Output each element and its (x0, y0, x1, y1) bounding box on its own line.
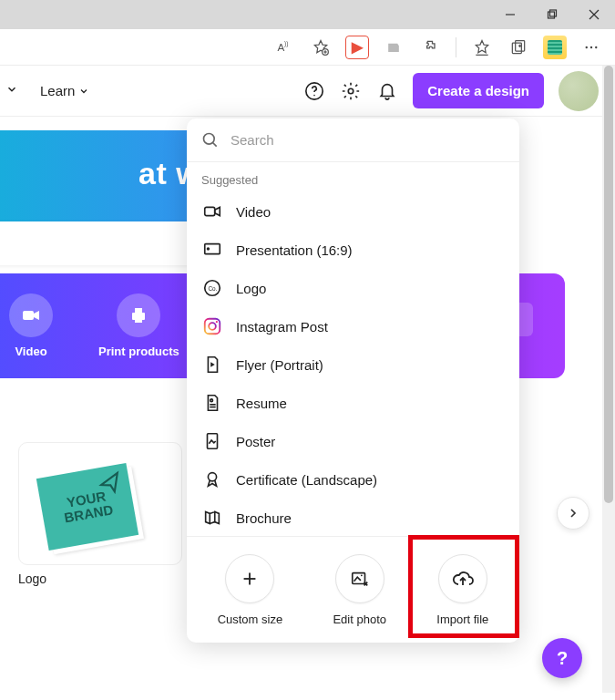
svg-line-27 (213, 142, 217, 146)
edit-photo-icon (335, 554, 384, 603)
extensions-icon[interactable] (415, 33, 445, 62)
svg-marker-37 (210, 362, 215, 367)
custom-size-action[interactable]: Custom size (218, 554, 283, 626)
adblock-ext-icon[interactable]: ▶ (343, 33, 372, 62)
hero-quick-print[interactable]: Print products (98, 293, 179, 358)
svg-marker-22 (34, 311, 39, 320)
dropdown-item-resume[interactable]: Resume (187, 384, 519, 422)
svg-point-35 (209, 323, 216, 330)
flyer-icon (201, 354, 223, 376)
edit-photo-action[interactable]: Edit photo (333, 554, 386, 626)
calculator-ext-icon[interactable] (540, 33, 569, 62)
brochure-icon (201, 507, 223, 529)
dropdown-item-video[interactable]: Video (187, 192, 519, 231)
svg-rect-25 (135, 318, 142, 323)
dropdown-item-brochure[interactable]: Brochure (187, 499, 519, 536)
dropdown-item-label: Presentation (16:9) (236, 242, 353, 258)
svg-rect-2 (550, 10, 557, 16)
hero-quick-video[interactable]: Video (9, 293, 53, 358)
browser-toolbar: A)) ▶ (0, 29, 615, 66)
next-arrow-button[interactable] (557, 497, 589, 530)
resume-icon (201, 392, 223, 414)
svg-rect-34 (205, 319, 220, 335)
window-maximize-button[interactable] (531, 0, 573, 29)
instagram-icon (201, 315, 223, 337)
shopping-ext-icon[interactable] (379, 33, 408, 62)
user-avatar[interactable] (559, 71, 599, 111)
video-icon (201, 201, 223, 222)
dropdown-item-label: Resume (236, 396, 287, 411)
search-icon (201, 131, 220, 149)
svg-rect-21 (23, 311, 34, 320)
template-card-title: Logo (18, 571, 182, 586)
notifications-icon[interactable] (376, 80, 398, 102)
certificate-icon (201, 468, 223, 490)
learn-label: Learn (40, 83, 75, 98)
svg-point-46 (361, 574, 363, 576)
hero-quick-print-label: Print products (98, 345, 179, 358)
svg-point-20 (349, 88, 354, 94)
dropdown-item-label: Instagram Post (236, 319, 328, 335)
window-titlebar (0, 0, 615, 29)
scrollbar-thumb[interactable] (604, 66, 613, 503)
poster-icon (201, 430, 223, 452)
svg-point-17 (595, 46, 597, 47)
dropdown-item-label: Poster (236, 434, 275, 449)
dropdown-scroll-area[interactable]: Suggested Video Presentation (16:9) Co. … (187, 162, 519, 536)
dropdown-item-label: Logo (236, 281, 266, 296)
dropdown-item-label: Brochure (236, 510, 292, 526)
dropdown-item-label: Video (236, 204, 271, 220)
hero-quick-video-label: Video (15, 345, 46, 358)
nav-caret-icon[interactable] (0, 83, 24, 99)
window-close-button[interactable] (573, 0, 615, 29)
favorites-icon[interactable] (306, 33, 335, 62)
dropdown-search-row (187, 118, 519, 162)
svg-point-42 (208, 473, 216, 481)
help-fab-button[interactable]: ? (542, 638, 582, 678)
svg-point-31 (208, 248, 210, 250)
dropdown-item-logo[interactable]: Co. Logo (187, 269, 519, 307)
presentation-icon (201, 239, 223, 261)
page-scrollbar[interactable] (602, 66, 615, 693)
help-icon[interactable] (303, 80, 325, 102)
svg-marker-29 (215, 207, 220, 215)
create-design-button[interactable]: Create a design (413, 73, 544, 108)
window-minimize-button[interactable] (489, 0, 531, 29)
template-card-preview: YOUR BRAND (18, 442, 182, 565)
dropdown-item-presentation[interactable]: Presentation (16:9) (187, 231, 519, 269)
read-aloud-icon[interactable]: A)) (270, 33, 299, 62)
favorites-bar-icon[interactable] (467, 33, 497, 62)
browser-menu-icon[interactable] (577, 33, 606, 62)
settings-icon[interactable] (340, 80, 362, 102)
svg-rect-28 (205, 207, 215, 215)
dropdown-item-flyer[interactable]: Flyer (Portrait) (187, 345, 519, 384)
svg-point-15 (586, 46, 588, 47)
video-camera-icon (9, 293, 53, 337)
svg-rect-24 (135, 308, 142, 313)
dropdown-search-input[interactable] (231, 132, 505, 148)
learn-menu[interactable]: Learn (40, 83, 89, 98)
page-header: Learn Create a design (0, 66, 615, 117)
template-card-logo[interactable]: YOUR BRAND Logo (18, 442, 182, 586)
svg-text:)): )) (284, 40, 288, 47)
svg-point-26 (204, 133, 215, 144)
dropdown-heading: Suggested (187, 162, 519, 192)
dropdown-item-instagram[interactable]: Instagram Post (187, 307, 519, 345)
edit-photo-label: Edit photo (333, 612, 386, 626)
toolbar-separator (456, 37, 456, 57)
svg-text:Co.: Co. (208, 285, 217, 292)
chevron-right-icon (566, 506, 580, 520)
import-file-label: Import file (436, 612, 488, 626)
collections-icon[interactable] (504, 33, 533, 62)
dropdown-item-label: Flyer (Portrait) (236, 357, 323, 373)
svg-point-36 (216, 321, 218, 323)
dropdown-item-certificate[interactable]: Certificate (Landscape) (187, 460, 519, 499)
create-design-dropdown: Suggested Video Presentation (16:9) Co. … (187, 118, 519, 643)
custom-size-label: Custom size (218, 612, 283, 626)
svg-rect-1 (548, 12, 555, 18)
cloud-upload-icon (438, 554, 487, 603)
logo-co-icon: Co. (201, 277, 223, 299)
import-file-action[interactable]: Import file (436, 554, 488, 626)
dropdown-item-poster[interactable]: Poster (187, 422, 519, 460)
printer-icon (117, 293, 160, 337)
